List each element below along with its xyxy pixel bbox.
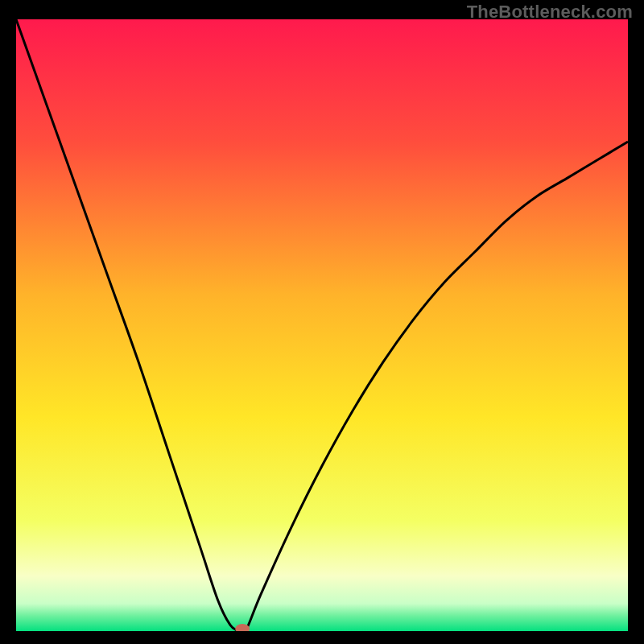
gradient-background	[16, 19, 628, 631]
chart-frame	[16, 19, 628, 631]
bottleneck-chart	[16, 19, 628, 631]
